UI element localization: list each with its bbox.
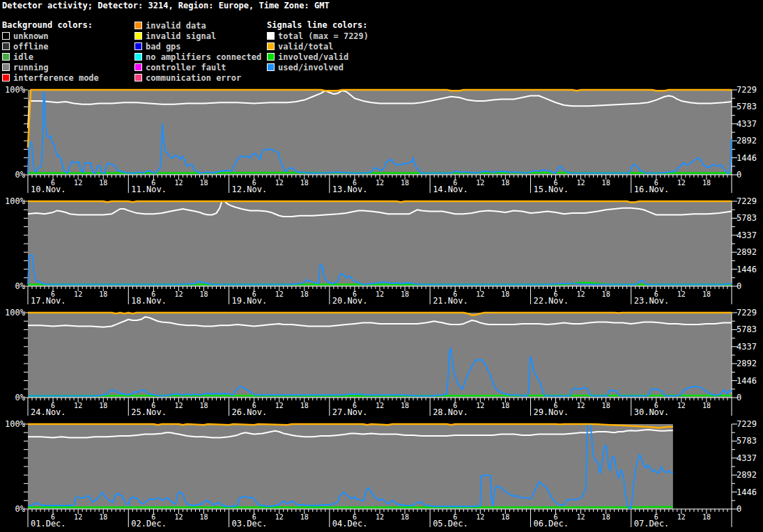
legend-item-label: communication error — [146, 73, 241, 83]
activity-chart-panel-week4: 100%0%7229578343372892144606121861218612… — [0, 420, 763, 531]
legend-item-no-amplifiers-connected: no amplifiers connected — [134, 52, 261, 62]
hour-label: 18 — [199, 290, 208, 298]
y-axis-right-label: 1446 — [737, 376, 757, 386]
y-axis-right-label: 5783 — [737, 324, 757, 334]
hour-label: 12 — [74, 179, 82, 187]
day-label: 18.Nov. — [131, 296, 167, 306]
day-label: 03.Dec. — [232, 519, 268, 529]
y-axis-right-label: 5783 — [737, 213, 757, 223]
legend-item-unknown: unknown — [2, 31, 99, 41]
hour-label: 12 — [577, 513, 585, 521]
day-label: 10.Nov. — [31, 185, 66, 194]
running-swatch — [2, 63, 10, 71]
legend-item-involved-valid: involved/valid — [267, 52, 369, 62]
unknown-swatch — [2, 32, 10, 40]
legend-item-valid-total: valid/total — [267, 41, 369, 52]
legend-item-invalid-signal: invalid signal — [134, 31, 261, 41]
y-axis-left-bottom-label: 0% — [15, 170, 26, 180]
hour-label: 12 — [376, 402, 384, 409]
day-label: 14.Nov. — [433, 185, 468, 194]
day-label: 06.Dec. — [533, 519, 569, 529]
legend-item-label: interference mode — [13, 73, 99, 83]
hour-label: 18 — [702, 290, 711, 298]
y-axis-right-label: 4337 — [737, 342, 757, 352]
legend-item-label: unknown — [13, 31, 49, 41]
hour-label: 18 — [702, 402, 711, 409]
hour-label: 18 — [501, 402, 509, 409]
legend-item-label: no amplifiers connected — [146, 52, 261, 62]
legend-item-label: used/involved — [278, 63, 344, 72]
day-label: 27.Nov. — [332, 407, 368, 417]
plot-background-running — [28, 201, 732, 286]
y-axis-right-label: 7229 — [737, 308, 757, 318]
y-axis-left-ticks — [24, 313, 28, 398]
hour-label: 18 — [99, 402, 107, 409]
hour-label: 12 — [577, 290, 585, 298]
y-axis-right-label: 0 — [737, 393, 741, 402]
invalid-signal-swatch — [134, 32, 142, 40]
hour-label: 18 — [199, 402, 208, 409]
hour-label: 12 — [677, 513, 686, 521]
legend-item-label: involved/valid — [278, 52, 348, 62]
y-axis-left-bottom-label: 0% — [15, 504, 26, 514]
hour-label: 12 — [476, 290, 484, 298]
hour-label: 12 — [677, 402, 686, 409]
legend-item-interference-mode: interference mode — [2, 72, 99, 83]
y-axis-right-label: 2892 — [737, 359, 757, 368]
hour-label: 12 — [174, 513, 183, 521]
y-axis-left-top-label: 100% — [5, 86, 26, 95]
hour-label: 18 — [702, 179, 711, 187]
hour-label: 12 — [677, 290, 686, 298]
y-axis-left-ticks — [24, 90, 28, 175]
y-axis-left-bottom-label: 0% — [15, 281, 26, 291]
y-axis-right-label: 7229 — [737, 420, 757, 429]
day-label: 13.Nov. — [332, 185, 368, 194]
legend-item-used-involved: used/involved — [267, 62, 369, 72]
y-axis-left-top-label: 100% — [5, 420, 26, 429]
day-label: 01.Dec. — [31, 519, 66, 529]
total-swatch — [267, 32, 275, 40]
legend-item-communication-error: communication error — [134, 72, 261, 83]
hour-label: 18 — [99, 179, 107, 187]
legend-item-label: total (max = 7229) — [278, 31, 369, 41]
activity-chart-panel-week1: 100%0%7229578343372892144606121861218612… — [0, 86, 763, 197]
legend-item-label: bad gps — [146, 42, 181, 52]
hour-label: 18 — [300, 513, 309, 521]
day-label: 22.Nov. — [533, 296, 569, 306]
plot-background-running — [28, 313, 732, 398]
y-axis-right-label: 0 — [737, 170, 741, 180]
legend-item-label: controller fault — [146, 63, 226, 72]
legend-item-label: idle — [13, 52, 33, 62]
hour-label: 12 — [275, 179, 284, 187]
hour-label: 12 — [174, 402, 183, 409]
idle-swatch — [2, 53, 10, 61]
communication-error-swatch — [134, 74, 142, 81]
legend-item-bad-gps: bad gps — [134, 41, 261, 52]
hour-label: 12 — [376, 513, 384, 521]
hour-label: 18 — [401, 513, 409, 521]
activity-chart-panel-week3: 100%0%7229578343372892144606121861218612… — [0, 308, 763, 420]
y-axis-right-label: 4337 — [737, 230, 757, 240]
day-labels: 10.Nov.11.Nov.12.Nov.13.Nov.14.Nov.15.No… — [28, 175, 669, 194]
hour-label: 18 — [602, 402, 610, 409]
hour-label: 18 — [602, 179, 610, 187]
day-label: 29.Nov. — [533, 407, 569, 417]
hour-label: 12 — [476, 179, 484, 187]
legend-item-label: invalid signal — [146, 31, 216, 41]
day-label: 24.Nov. — [31, 407, 66, 417]
y-axis-right-label: 2892 — [737, 470, 757, 480]
hour-label: 12 — [174, 290, 183, 298]
legend-item-offline: offline — [2, 41, 99, 52]
hour-label: 12 — [376, 290, 384, 298]
legend-item-controller-fault: controller fault — [134, 62, 261, 72]
day-label: 07.Dec. — [634, 519, 670, 529]
hour-label: 12 — [677, 179, 686, 187]
legend-item-label: invalid data — [146, 21, 206, 31]
day-label: 04.Dec. — [332, 519, 368, 529]
y-axis-left-bottom-label: 0% — [15, 393, 26, 402]
day-label: 20.Nov. — [332, 296, 368, 306]
day-label: 17.Nov. — [31, 296, 66, 306]
legend-fault-colors: invalid datainvalid signalbad gpsno ampl… — [134, 20, 261, 83]
y-axis-left-top-label: 100% — [5, 197, 26, 206]
used-involved-swatch — [267, 63, 275, 71]
